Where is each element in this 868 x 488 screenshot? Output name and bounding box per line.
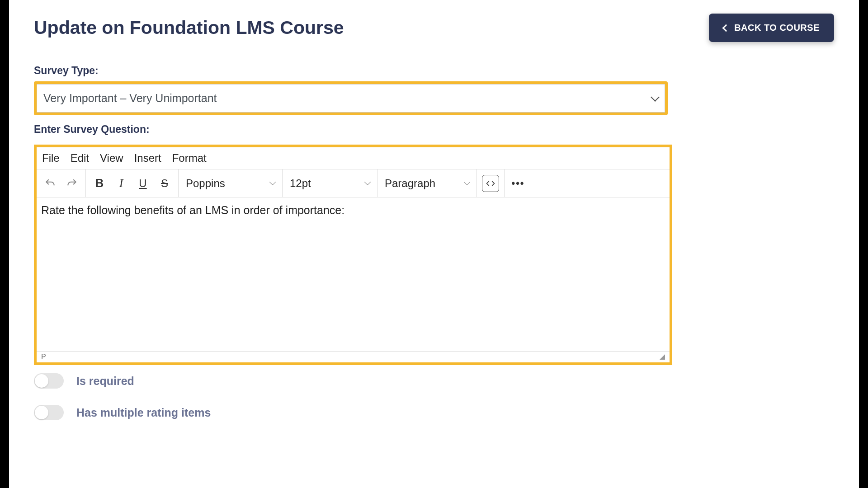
chevron-down-icon	[464, 179, 470, 185]
editor-toolbar: B I U S Poppins 12pt	[37, 169, 670, 197]
bold-icon: B	[95, 176, 104, 190]
back-to-course-button[interactable]: BACK TO COURSE	[709, 14, 834, 42]
toggle-knob-icon	[35, 406, 48, 419]
code-icon	[482, 175, 499, 192]
menu-format[interactable]: Format	[172, 152, 207, 164]
source-code-button[interactable]	[480, 173, 501, 194]
font-family-value: Poppins	[186, 177, 225, 190]
editor-content-area[interactable]: Rate the following benefits of an LMS in…	[37, 197, 670, 351]
multiple-rating-label: Has multiple rating items	[76, 406, 211, 419]
survey-type-label: Survey Type:	[34, 65, 703, 77]
back-button-label: BACK TO COURSE	[734, 23, 820, 33]
block-format-select[interactable]: Paragraph	[377, 169, 477, 197]
italic-icon: I	[119, 177, 123, 190]
font-family-select[interactable]: Poppins	[179, 169, 283, 197]
underline-button[interactable]: U	[132, 173, 154, 194]
chevron-down-icon	[269, 179, 276, 185]
editor-statusbar: P	[37, 351, 670, 362]
is-required-toggle[interactable]	[34, 373, 64, 389]
block-format-value: Paragraph	[385, 177, 435, 190]
editor-path: P	[41, 353, 46, 361]
multiple-rating-toggle[interactable]	[34, 405, 64, 420]
font-size-select[interactable]: 12pt	[283, 169, 377, 197]
survey-type-select[interactable]: Very Important – Very Unimportant	[37, 84, 665, 113]
resize-handle-icon[interactable]	[660, 354, 665, 360]
survey-type-value: Very Important – Very Unimportant	[43, 92, 217, 105]
is-required-label: Is required	[76, 375, 134, 388]
underline-icon: U	[139, 177, 146, 190]
more-icon: •••	[511, 178, 524, 189]
menu-file[interactable]: File	[42, 152, 60, 164]
undo-icon	[44, 178, 56, 189]
strikethrough-button[interactable]: S	[154, 173, 175, 194]
redo-icon	[66, 178, 78, 189]
menu-view[interactable]: View	[100, 152, 123, 164]
strikethrough-icon: S	[161, 177, 168, 190]
italic-button[interactable]: I	[110, 173, 132, 194]
undo-button[interactable]	[39, 173, 61, 194]
chevron-left-icon	[722, 24, 730, 32]
survey-question-label: Enter Survey Question:	[34, 123, 703, 136]
bold-button[interactable]: B	[89, 173, 110, 194]
page-title: Update on Foundation LMS Course	[34, 17, 344, 38]
menu-insert[interactable]: Insert	[134, 152, 161, 164]
redo-button[interactable]	[61, 173, 83, 194]
toggle-knob-icon	[35, 374, 48, 388]
menu-edit[interactable]: Edit	[71, 152, 89, 164]
rich-text-editor: File Edit View Insert Format	[34, 145, 672, 365]
chevron-down-icon	[651, 93, 660, 102]
font-size-value: 12pt	[290, 177, 311, 190]
more-button[interactable]: •••	[507, 173, 529, 194]
editor-menubar: File Edit View Insert Format	[37, 147, 670, 169]
chevron-down-icon	[364, 179, 371, 185]
